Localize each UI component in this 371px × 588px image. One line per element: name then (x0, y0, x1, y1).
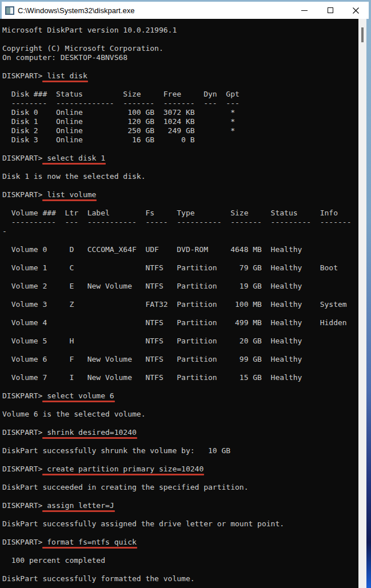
terminal-line: Volume ### Ltr Label Fs Type Size Status… (2, 209, 358, 218)
terminal-line (2, 254, 358, 263)
terminal-line (2, 455, 358, 465)
terminal-line (2, 364, 358, 373)
terminal-line: Microsoft DiskPart version 10.0.21996.1 (2, 26, 358, 35)
terminal-line: DISKPART> create partition primary size=… (2, 465, 358, 474)
scrollbar-thumb[interactable] (361, 27, 364, 42)
prompt-text: DISKPART> (2, 154, 47, 162)
terminal-line: Volume 6 F New Volume NTFS Partition 99 … (2, 355, 358, 364)
scrollbar[interactable] (358, 19, 366, 588)
terminal-line (2, 273, 358, 282)
terminal-line (2, 181, 358, 190)
console-output[interactable]: Microsoft DiskPart version 10.0.21996.1 … (0, 19, 358, 588)
terminal-line (2, 62, 358, 71)
terminal-line (2, 35, 358, 44)
terminal-line (2, 236, 358, 245)
terminal-line: Disk 2 Online 250 GB 249 GB * (2, 126, 358, 135)
command-text: select disk 1 (47, 154, 105, 162)
terminal-line: DISKPART> assign letter=J (2, 501, 358, 510)
terminal-line (2, 492, 358, 501)
prompt-text: DISKPART> (2, 190, 47, 199)
terminal-line: Disk 1 Online 120 GB 1024 KB * (2, 117, 358, 126)
terminal-line: DISKPART> select volume 6 (2, 391, 358, 401)
console-icon (5, 6, 14, 15)
window-title: C:\Windows\System32\diskpart.exe (18, 6, 292, 15)
terminal-line: DiskPart succeeded in creating the speci… (2, 483, 358, 492)
terminal-line (2, 419, 358, 428)
terminal-line (2, 327, 358, 337)
diskpart-console-window: C:\Windows\System32\diskpart.exe Microso… (0, 0, 371, 588)
maximize-button[interactable] (317, 2, 343, 19)
terminal-line: Volume 2 E New Volume NTFS Partition 19 … (2, 282, 358, 291)
terminal-line: DiskPart successfully assigned the drive… (2, 519, 358, 529)
prompt-text: DISKPART> (2, 428, 47, 437)
prompt-text: DISKPART> (2, 71, 47, 80)
terminal-line: -------- ------------- ------- ------- -… (2, 99, 358, 108)
terminal-line: Disk 0 Online 100 GB 3072 KB * (2, 108, 358, 117)
terminal-line: Volume 7 I New Volume NTFS Partition 15 … (2, 373, 358, 382)
terminal-line: Disk 1 is now the selected disk. (2, 172, 358, 181)
command-text: create partition primary size=10240 (47, 465, 204, 473)
terminal-line: DiskPart successfully shrunk the volume … (2, 446, 358, 455)
terminal-line: DiskPart successfully formatted the volu… (2, 574, 358, 583)
terminal-line: Disk 3 Online 16 GB 0 B (2, 135, 358, 145)
terminal-line (2, 309, 358, 318)
terminal-line: Volume 3 Z FAT32 Partition 100 MB Health… (2, 300, 358, 309)
terminal-line (2, 145, 358, 154)
command-text: format fs=ntfs quick (47, 538, 137, 546)
caption-buttons (292, 2, 369, 19)
window-titlebar[interactable]: C:\Windows\System32\diskpart.exe (0, 0, 371, 19)
terminal-line: - (2, 227, 358, 236)
terminal-line: DISKPART> select disk 1 (2, 154, 358, 163)
command-text: assign letter=J (47, 501, 114, 510)
terminal-line: DISKPART> list disk (2, 71, 358, 81)
terminal-line: ---------- --- ----------- ----- -------… (2, 218, 358, 227)
command-text: list volume (47, 190, 96, 199)
terminal-line (2, 565, 358, 574)
terminal-line: Volume 1 C NTFS Partition 79 GB Healthy … (2, 263, 358, 273)
maximize-icon (328, 7, 333, 13)
terminal-line (2, 529, 358, 538)
command-text: shrink desired=10240 (47, 428, 137, 437)
terminal-line: DISKPART> format fs=ntfs quick (2, 538, 358, 547)
command-text: select volume 6 (47, 391, 114, 400)
terminal-line: DISKPART> list volume (2, 190, 358, 199)
prompt-text: DISKPART> (2, 501, 47, 510)
terminal-line: DISKPART> shrink desired=10240 (2, 428, 358, 437)
minimize-button[interactable] (292, 2, 317, 19)
terminal-line: Volume 5 H NTFS Partition 20 GB Healthy (2, 337, 358, 346)
terminal-line: Disk ### Status Size Free Dyn Gpt (2, 90, 358, 99)
terminal-line (2, 291, 358, 300)
terminal-line: 100 percent completed (2, 556, 358, 565)
terminal-line (2, 382, 358, 391)
close-button[interactable] (343, 2, 369, 19)
terminal-line: On computer: DESKTOP-4BNVS68 (2, 53, 358, 62)
prompt-text: DISKPART> (2, 465, 47, 473)
minimize-icon (301, 10, 308, 11)
command-text: list disk (47, 71, 87, 80)
terminal-line: Volume 4 NTFS Partition 499 MB Healthy H… (2, 318, 358, 327)
terminal-line: Copyright (C) Microsoft Corporation. (2, 44, 358, 53)
terminal-line: Volume 6 is the selected volume. (2, 410, 358, 419)
prompt-text: DISKPART> (2, 538, 47, 546)
prompt-text: DISKPART> (2, 391, 47, 400)
desktop-edge-strip (366, 19, 371, 588)
terminal-line (2, 346, 358, 355)
terminal-line: Volume 0 D CCCOMA_X64F UDF DVD-ROM 4648 … (2, 245, 358, 254)
close-icon (353, 7, 359, 14)
